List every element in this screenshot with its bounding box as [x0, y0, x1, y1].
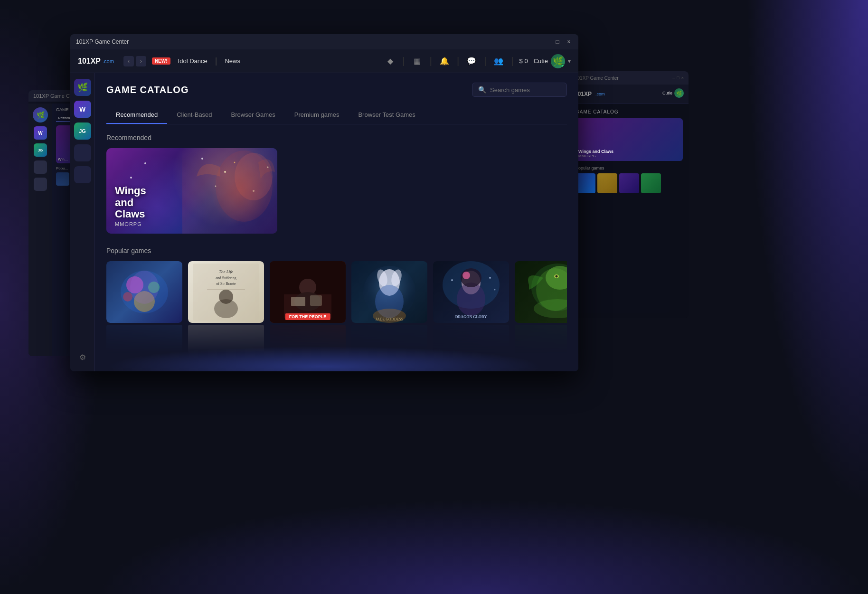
sparkle-1: [144, 162, 146, 164]
sidebar-wings-icon[interactable]: W: [74, 101, 91, 118]
main-window: 101XP Game Center – □ × 101XP .com ‹ › N…: [70, 34, 578, 371]
game1-svg: [106, 261, 182, 323]
outer-sidebar-avatar: 🌿: [33, 107, 48, 123]
sidebar-logo-icon[interactable]: 🌿: [74, 79, 91, 96]
users-icon-button[interactable]: 👥: [492, 55, 505, 68]
sidebar-empty-2: [74, 166, 91, 183]
game6-svg: [515, 261, 567, 323]
nav-separator: |: [215, 56, 217, 66]
sparkle-2: [130, 177, 132, 179]
svg-point-12: [130, 271, 159, 304]
game-card-4[interactable]: JADE GODDESS: [351, 261, 427, 323]
bg-glow-right: [726, 0, 868, 594]
nav-back-button[interactable]: ‹: [123, 56, 134, 66]
search-box[interactable]: 🔍: [472, 83, 567, 97]
ghost-mini-card-4: [641, 173, 661, 193]
tab-premium-games[interactable]: Premium games: [285, 106, 349, 124]
svg-point-40: [494, 289, 496, 291]
tab-recommended[interactable]: Recommended: [106, 106, 167, 124]
ref-card-6: [515, 325, 567, 353]
game-card-3[interactable]: FOR THE PEOPLE: [270, 261, 346, 323]
username-display: Cutie: [534, 57, 548, 65]
main-content: GAME CATALOG 🔍 Recommended Client-Based …: [95, 73, 578, 371]
outer-sidebar-icon-3: [34, 160, 47, 174]
ghost-window: 101XP Game Center – □ × 101XP .com Cutie…: [570, 71, 689, 318]
diamond-icon-button[interactable]: ◆: [384, 55, 397, 68]
nav-news-link[interactable]: News: [225, 57, 240, 65]
logo-com: .com: [103, 58, 114, 64]
popular-section-title: Popular games: [106, 247, 567, 255]
ghost-avatar: 🌿: [674, 88, 684, 98]
svg-point-38: [451, 279, 453, 281]
ref-card-2: [188, 325, 264, 353]
navbar: 101XP .com ‹ › NEW! Idol Dance | News ◆ …: [70, 49, 578, 73]
sidebar-logo-letter: 🌿: [77, 82, 88, 93]
titlebar: 101XP Game Center – □ ×: [70, 34, 578, 49]
svg-point-3: [215, 186, 217, 187]
for-the-people-badge: FOR THE PEOPLE: [285, 313, 330, 320]
tab-browser-test[interactable]: Browser Test Games: [349, 106, 425, 124]
outer-game-title: Win...: [58, 157, 67, 161]
ref-card-4: [351, 325, 427, 353]
svg-rect-24: [291, 297, 305, 306]
svg-text:of Sir Brante: of Sir Brante: [216, 282, 236, 286]
ghost-mini-card-2: [597, 173, 617, 193]
titlebar-controls: – □ ×: [542, 38, 573, 46]
svg-rect-25: [310, 295, 322, 306]
nav-sep-2: |: [430, 56, 432, 66]
user-area[interactable]: Cutie 🌿 ▾: [534, 54, 571, 68]
featured-title-line3: Claws: [115, 208, 146, 220]
game-card-6[interactable]: [515, 261, 567, 323]
close-button[interactable]: ×: [565, 38, 573, 46]
sidebar-settings-button[interactable]: ⚙: [74, 349, 91, 366]
ref-card-3: [270, 325, 346, 353]
svg-point-5: [253, 190, 255, 192]
svg-point-37: [462, 272, 470, 279]
game-card-2[interactable]: The Life and Suffering of Sir Brante: [188, 261, 264, 323]
nav-forward-button[interactable]: ›: [136, 56, 146, 66]
nav-game-title[interactable]: Idol Dance: [178, 57, 208, 65]
svg-point-46: [556, 275, 558, 278]
tab-client-based[interactable]: Client-Based: [167, 106, 221, 124]
outer-sidebar: 🌿 W JG: [28, 104, 52, 356]
new-badge: NEW!: [152, 57, 170, 65]
navbar-right: ◆ | ▦ | 🔔 | 💬 | 👥 | $ 0 Cutie 🌿 ▾: [384, 54, 571, 68]
featured-game-svg: [182, 148, 277, 234]
game-card-img-6: [515, 261, 567, 323]
nav-sep-4: |: [484, 56, 486, 66]
nav-arrows: ‹ ›: [123, 56, 146, 66]
bell-icon-button[interactable]: 🔔: [438, 55, 451, 68]
game-card-1[interactable]: [106, 261, 182, 323]
ghost-nav-com: .com: [595, 92, 605, 96]
logo-area[interactable]: 101XP .com: [78, 57, 114, 66]
featured-game-card[interactable]: Wings and Claws MMORPG: [106, 148, 277, 234]
tab-browser-games[interactable]: Browser Games: [222, 106, 285, 124]
featured-game-genre: MMORPG: [115, 221, 146, 227]
sidebar-empty-1: [74, 144, 91, 161]
chat-icon-button[interactable]: 💬: [465, 55, 478, 68]
logo-text: 101XP: [78, 57, 101, 66]
recommended-section-title: Recommended: [106, 134, 567, 141]
game-card-5[interactable]: DRAGON GLORY: [433, 261, 509, 323]
ghost-featured-card: Wings and Claws MMORPG: [576, 118, 683, 161]
popular-games-grid: The Life and Suffering of Sir Brante: [106, 261, 567, 323]
user-chevron-icon: ▾: [568, 58, 571, 65]
ghost-title: 101XP Game Center: [575, 75, 619, 81]
ghost-header: 101XP Game Center – □ ×: [570, 71, 689, 85]
svg-point-4: [234, 162, 236, 163]
sidebar-jg-icon[interactable]: JG: [74, 123, 91, 140]
ghost-featured-genre: MMORPG: [578, 154, 613, 158]
search-input[interactable]: [490, 86, 561, 94]
game-card-img-3: FOR THE PEOPLE: [270, 261, 346, 323]
game-card-img-1: [106, 261, 182, 323]
featured-game-title: Wings and Claws: [115, 185, 146, 220]
sidebar-jg-label: JG: [79, 128, 86, 134]
svg-point-6: [267, 167, 269, 168]
gallery-icon-button[interactable]: ▦: [411, 55, 424, 68]
balance-display: $ 0: [519, 57, 528, 65]
ghost-featured-title: Wings and Claws: [578, 149, 613, 154]
bg-glow-bottom: [95, 499, 868, 594]
minimize-button[interactable]: –: [542, 38, 550, 46]
maximize-button[interactable]: □: [554, 38, 561, 46]
left-sidebar: 🌿 W JG ⚙: [70, 73, 95, 371]
